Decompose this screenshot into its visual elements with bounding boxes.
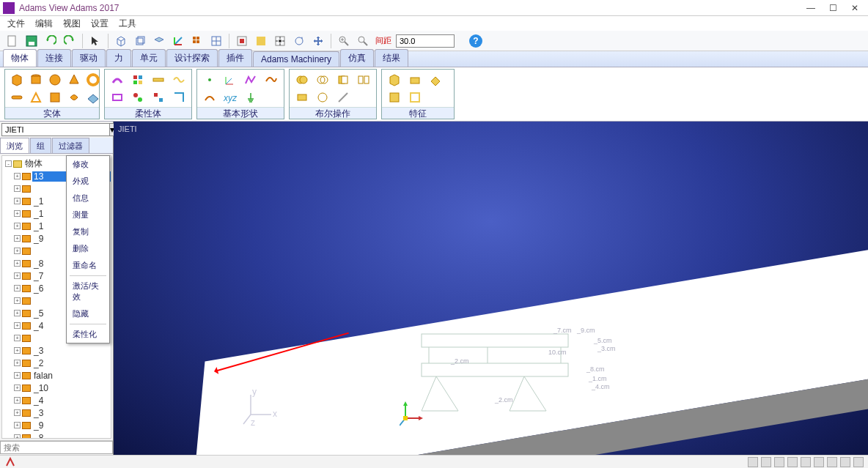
tab-filters[interactable]: 过滤器 [52,138,89,153]
tree-item[interactable]: +_8 [2,431,111,439]
expand-icon[interactable]: + [14,272,21,279]
viewport[interactable]: JIETI [114,122,868,455]
tree-item[interactable]: +_10 [2,382,111,394]
revolve-icon[interactable] [67,89,81,105]
zoom-in-icon[interactable] [336,33,352,49]
flex4-icon[interactable] [171,72,187,88]
pan-icon[interactable] [310,33,326,49]
flex1-icon[interactable] [109,72,125,88]
expand-icon[interactable]: + [14,235,21,242]
menu-view[interactable]: 视图 [59,17,85,31]
union-icon[interactable] [294,72,310,88]
tab-groups[interactable]: 组 [30,138,51,153]
tab-results[interactable]: 结果 [375,49,408,67]
menu-settings[interactable]: 设置 [87,17,113,31]
expand-icon[interactable]: + [14,372,21,379]
tree-item[interactable]: +_9 [2,419,111,431]
expand-icon[interactable]: + [14,434,21,439]
feat4-icon[interactable] [386,89,402,105]
status-icon[interactable] [787,457,798,467]
feat1-icon[interactable] [386,72,402,88]
expand-icon[interactable]: + [14,185,21,192]
tab-bodies[interactable]: 物体 [3,49,37,67]
expand-icon[interactable]: + [14,297,21,304]
cm-appearance[interactable]: 外观 [67,173,109,190]
tab-design[interactable]: 设计探索 [166,49,218,67]
tab-connectors[interactable]: 连接 [37,49,71,67]
rotate-icon[interactable] [291,33,307,49]
tab-forces[interactable]: 力 [106,49,131,67]
status-icon[interactable] [774,457,784,467]
save-icon[interactable] [23,33,40,49]
box-icon[interactable] [113,33,129,49]
cut-icon[interactable] [315,89,331,105]
cube3-icon[interactable] [151,33,167,49]
expand-icon[interactable]: + [14,210,21,217]
minimize-button[interactable]: — [806,4,815,12]
cylinder-icon[interactable] [29,72,43,88]
cm-delete[interactable]: 删除 [67,240,109,257]
expand-icon[interactable]: + [14,260,21,267]
close-button[interactable]: ✕ [850,4,859,12]
axis-icon[interactable] [170,33,186,49]
subtract-icon[interactable] [335,72,351,88]
cm-hide[interactable]: 隐藏 [67,305,109,322]
feat3-icon[interactable] [427,72,444,88]
status-icon[interactable] [801,457,811,467]
fit-icon[interactable] [234,33,250,49]
tree-item[interactable]: +falan [2,369,111,382]
tree-item[interactable]: +_4 [2,394,111,406]
torus-icon[interactable] [86,72,100,88]
menu-file[interactable]: 文件 [3,17,29,31]
expand-icon[interactable]: + [14,347,21,354]
expand-icon[interactable]: + [14,335,21,341]
menu-tools[interactable]: 工具 [114,17,141,31]
select-icon[interactable] [87,33,103,49]
new-icon[interactable] [4,33,21,49]
feat5-icon[interactable] [407,89,423,105]
expand-icon[interactable]: + [14,173,21,179]
status-icon[interactable] [853,457,864,467]
cm-activate[interactable]: 激活/失效 [67,278,109,305]
intersect-icon[interactable] [315,72,331,88]
tab-elements[interactable]: 单元 [132,49,166,67]
flex2-icon[interactable] [130,72,146,88]
distance-input[interactable] [396,34,455,48]
search-input[interactable] [0,441,113,454]
ground-icon[interactable] [243,89,259,105]
cm-copy[interactable]: 复制 [67,223,109,240]
menu-edit[interactable]: 编辑 [31,17,57,31]
arc-icon[interactable] [202,89,218,105]
render-icon[interactable] [253,33,269,49]
cone-icon[interactable] [67,72,81,88]
expand-icon[interactable]: + [14,322,21,329]
split-icon[interactable] [356,72,372,88]
help-icon[interactable]: ? [469,34,482,48]
cm-flexible[interactable]: 柔性化 [67,326,109,343]
cm-measure[interactable]: 测量 [67,207,109,223]
feat2-icon[interactable] [407,72,423,88]
undo-icon[interactable] [43,33,59,49]
link-icon[interactable] [10,89,24,105]
zoom-icon[interactable] [355,33,371,49]
center-icon[interactable] [272,33,288,49]
tab-motions[interactable]: 驱动 [72,49,106,67]
status-icon[interactable] [761,457,771,467]
prism-icon[interactable] [29,89,43,105]
flex5-icon[interactable] [109,89,125,105]
tab-browse[interactable]: 浏览 [0,138,29,153]
spline-icon[interactable] [263,72,279,88]
flex8-icon[interactable] [171,89,187,105]
grid-icon[interactable] [189,33,205,49]
cm-info[interactable]: 信息 [67,190,109,207]
tree-item[interactable]: +_3 [2,344,111,357]
status-icon[interactable] [827,457,837,467]
expand-icon[interactable]: + [14,360,21,366]
flex3-icon[interactable] [150,72,166,88]
expand-icon[interactable]: + [14,397,21,404]
extrude-icon[interactable] [48,89,62,105]
cm-rename[interactable]: 重命名 [67,257,109,274]
tab-plugins[interactable]: 插件 [218,49,252,67]
expand-icon[interactable]: + [14,310,21,316]
cube2-icon[interactable] [132,33,148,49]
